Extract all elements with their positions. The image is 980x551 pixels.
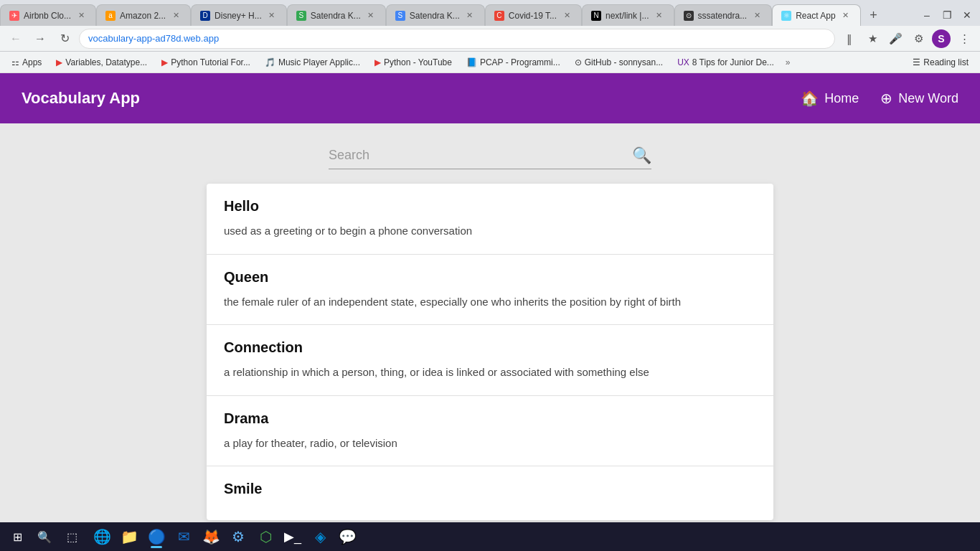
taskbar-nodejs-icon[interactable]: ⬡: [253, 524, 278, 550]
word-title: Drama: [224, 410, 756, 427]
toolbar-icons: ‖ ★ 🎤 ⚙ S ⋮: [839, 29, 974, 49]
extensions-button[interactable]: ‖: [839, 29, 859, 49]
reading-list-icon: ☰: [913, 57, 920, 67]
minimize-button[interactable]: –: [920, 8, 934, 22]
tab-close-button[interactable]: ✕: [365, 10, 377, 22]
address-bar[interactable]: vocabulary-app-ad78d.web.app: [79, 29, 835, 49]
bookmark-music-player[interactable]: 🎵 Music Player Applic...: [259, 56, 366, 69]
task-view-button[interactable]: ⬚: [60, 525, 83, 548]
tab-label: sssatendra...: [698, 11, 748, 21]
start-button[interactable]: ⊞: [6, 525, 29, 548]
browser-chrome: ✈ Airbnb Clo... ✕ a Amazon 2... ✕ D Disn…: [0, 0, 980, 73]
navbar: Vocabulary App 🏠 Home ⊕ New Word: [0, 73, 980, 123]
bookmarks-apps[interactable]: ⚏ Apps: [6, 56, 47, 69]
tab-favicon: N: [591, 11, 601, 21]
tab-label: React App: [796, 11, 835, 21]
app-title: Vocabulary App: [22, 89, 801, 108]
profile-button[interactable]: S: [931, 29, 951, 49]
browser-tab-tab4[interactable]: S Satendra K... ✕: [287, 4, 386, 26]
word-definition: a relationship in which a person, thing,…: [224, 364, 756, 381]
tab-label: Satendra K...: [311, 11, 361, 21]
task-view-icon: ⬚: [67, 530, 77, 544]
tab-favicon: C: [494, 11, 504, 21]
search-icon: 🔍: [632, 146, 651, 165]
word-definition: used as a greeting or to begin a phone c…: [224, 223, 756, 240]
extensions-manage-button[interactable]: ⚙: [908, 29, 928, 49]
refresh-button[interactable]: ↻: [55, 29, 75, 49]
close-button[interactable]: ✕: [960, 8, 974, 22]
tab-label: Satendra K...: [410, 11, 460, 21]
taskbar-chrome-icon[interactable]: 🔵: [143, 524, 169, 550]
taskbar-edge-icon[interactable]: 🌐: [89, 524, 115, 550]
browser-tab-tab2[interactable]: a Amazon 2... ✕: [96, 4, 191, 26]
browser-tab-tab9[interactable]: ⚛ React App ✕: [772, 4, 860, 26]
pcap-icon: 📘: [466, 57, 477, 67]
tab-label: Amazon 2...: [120, 11, 166, 21]
taskbar-explorer-icon[interactable]: 📁: [116, 524, 142, 550]
tab-close-button[interactable]: ✕: [75, 10, 87, 22]
browser-tab-tab7[interactable]: N next/link |... ✕: [582, 4, 674, 26]
bookmark-variables[interactable]: ▶ Variables, Datatype...: [50, 56, 153, 69]
taskbar-pinned-apps: 🌐 📁 🔵 ✉ 🦊 ⚙ ⬡ ▶_ ◈ 💬: [89, 524, 360, 550]
restore-button[interactable]: ❐: [940, 8, 954, 22]
word-item: Drama a play for theater, radio, or tele…: [207, 396, 773, 467]
new-word-link[interactable]: ⊕ New Word: [880, 90, 958, 107]
search-button[interactable]: 🔍: [632, 146, 651, 165]
bookmark-python-youtube[interactable]: ▶ Python - YouTube: [369, 56, 458, 69]
more-bookmarks[interactable]: »: [783, 57, 793, 67]
yt-icon3: ▶: [374, 57, 381, 67]
tab-close-button[interactable]: ✕: [751, 10, 763, 22]
taskbar-terminal-icon[interactable]: ▶_: [280, 524, 306, 550]
word-title: Hello: [224, 198, 756, 215]
bookmark-button[interactable]: ★: [862, 29, 882, 49]
tab-favicon: ✈: [9, 11, 19, 21]
profile-avatar: S: [932, 29, 951, 48]
taskbar-whatssapp-icon[interactable]: 💬: [334, 524, 360, 550]
bookmark-8tips[interactable]: UX 8 Tips for Junior De...: [672, 56, 780, 69]
tab-close-button[interactable]: ✕: [561, 10, 573, 22]
tab-close-button[interactable]: ✕: [464, 10, 476, 22]
bookmark-github[interactable]: ⊙ GitHub - sonnysan...: [569, 56, 669, 69]
home-icon: 🏠: [801, 90, 819, 107]
back-button[interactable]: ←: [6, 29, 26, 49]
taskbar-search-button[interactable]: 🔍: [32, 525, 57, 548]
browser-tab-tab8[interactable]: ⊙ sssatendra... ✕: [674, 4, 773, 26]
menu-button[interactable]: ⋮: [954, 29, 974, 49]
ux-icon: UX: [677, 57, 689, 67]
new-tab-button[interactable]: +: [864, 5, 884, 25]
browser-tab-tab6[interactable]: C Covid-19 T... ✕: [485, 4, 582, 26]
tab-close-button[interactable]: ✕: [266, 10, 278, 22]
words-list: Hello used as a greeting or to begin a p…: [207, 184, 773, 520]
apps-icon: ⚏: [11, 57, 19, 67]
search-input[interactable]: [329, 145, 632, 166]
tab-close-button[interactable]: ✕: [840, 10, 852, 22]
tab-label: next/link |...: [606, 11, 649, 21]
tab-label: Disney+ H...: [215, 11, 262, 21]
window-controls: – ❐ ✕: [920, 8, 980, 22]
tab-favicon: S: [296, 11, 306, 21]
search-area: 🔍: [0, 123, 980, 184]
tab-favicon: S: [395, 11, 405, 21]
address-bar-row: ← → ↻ vocabulary-app-ad78d.web.app ‖ ★ 🎤…: [0, 26, 980, 52]
tab-close-button[interactable]: ✕: [654, 10, 665, 22]
word-definition: the female ruler of an independent state…: [224, 294, 756, 311]
microphone-button[interactable]: 🎤: [885, 29, 905, 49]
word-item: Smile: [207, 466, 773, 520]
browser-tab-tab1[interactable]: ✈ Airbnb Clo... ✕: [0, 4, 96, 26]
taskbar-vscode-icon[interactable]: ◈: [307, 524, 333, 550]
bookmark-pcap[interactable]: 📘 PCAP - Programmi...: [461, 56, 566, 69]
tab-close-button[interactable]: ✕: [170, 10, 182, 22]
add-circle-icon: ⊕: [880, 90, 892, 107]
bookmark-python-tutorial[interactable]: ▶ Python Tutorial For...: [156, 56, 256, 69]
browser-tab-tab3[interactable]: D Disney+ H... ✕: [191, 4, 287, 26]
browser-tab-tab5[interactable]: S Satendra K... ✕: [386, 4, 485, 26]
tab-favicon: ⚛: [781, 11, 791, 21]
taskbar-firefox-icon[interactable]: 🦊: [198, 524, 224, 550]
forward-button[interactable]: →: [30, 29, 50, 49]
tab-favicon: D: [200, 11, 210, 21]
app-container: Vocabulary App 🏠 Home ⊕ New Word 🔍 Hello…: [0, 73, 980, 522]
taskbar-mail-icon[interactable]: ✉: [171, 524, 197, 550]
home-link[interactable]: 🏠 Home: [801, 90, 859, 107]
reading-list-button[interactable]: ☰ Reading list: [907, 56, 974, 69]
taskbar-settings-icon[interactable]: ⚙: [225, 524, 251, 550]
